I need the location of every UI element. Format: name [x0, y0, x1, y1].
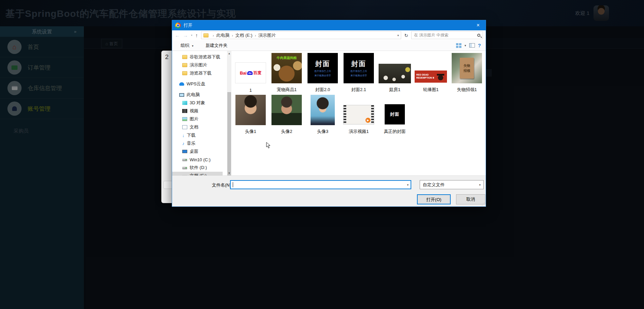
tree-item-pictures[interactable]: 图片	[172, 115, 223, 123]
tree-item-3d-objects[interactable]: 3D 对象	[172, 99, 223, 107]
file-thumbnail: 封面 图片需自己上传 展示视频会请空	[344, 53, 374, 83]
file-thumbnail: RED DEADREDEMPTION Ⅱ	[415, 71, 447, 83]
preview-pane-icon[interactable]	[469, 43, 475, 48]
breadcrumb-folder[interactable]: 演示图片	[258, 32, 276, 38]
tree-item-desktop[interactable]: 桌面	[172, 147, 223, 156]
file-type-value: 自定义文件	[423, 182, 445, 188]
organize-button[interactable]: 组织 ▾	[181, 43, 193, 49]
open-button[interactable]: 打开(O)	[417, 194, 451, 204]
file-name: 失物招领1	[457, 87, 477, 93]
tree-item-wps-cloud[interactable]: WPS云盘	[172, 80, 223, 88]
cancel-button[interactable]: 取消	[456, 194, 485, 204]
file-name: 头像1	[245, 129, 256, 135]
search-icon	[477, 34, 480, 37]
dialog-titlebar[interactable]: 打开 ×	[172, 20, 486, 30]
scroll-down-icon[interactable]: ▾	[227, 171, 231, 175]
file-item[interactable]: 牛肉果蔬狗粮 宠物商品1	[270, 53, 303, 93]
file-thumbnail: 失物招领	[452, 53, 482, 83]
up-icon[interactable]: ↑	[195, 32, 198, 38]
dialog-main: 谷歌游览器下载 演示图片 游览器下载 WPS云盘 此电脑 3D 对象 视频 图片…	[172, 51, 486, 175]
open-file-dialog: 打开 × ← → ▾ ↑ › 此电脑 › 文档 (E:) › 演示图片 ▾ ↻ …	[172, 20, 486, 207]
tree-item-music[interactable]: ♪音乐	[172, 139, 223, 147]
download-icon: ↓	[182, 133, 185, 138]
text-caret	[233, 182, 233, 187]
folder-icon	[182, 71, 187, 75]
scrollbar-thumb[interactable]	[227, 92, 231, 175]
file-thumbnail	[379, 64, 411, 83]
file-item[interactable]: 头像1	[234, 95, 267, 135]
dialog-footer: 文件名(N): ▾ 自定义文件 ▾ 打开(O) 取消 ⋰	[172, 175, 486, 206]
resize-grip[interactable]: ⋰	[482, 202, 485, 206]
new-folder-button[interactable]: 新建文件夹	[205, 43, 227, 49]
tree-item-videos[interactable]: 视频	[172, 107, 223, 115]
file-item[interactable]: 头像2	[270, 95, 303, 135]
tree-item-browser-downloads[interactable]: 游览器下载	[172, 69, 223, 77]
file-thumbnail: 封面	[385, 104, 405, 124]
drive-icon	[182, 159, 187, 161]
thumbnail-view-icon[interactable]	[456, 43, 461, 48]
file-name: 1	[249, 88, 252, 93]
scroll-up-icon[interactable]: ▴	[227, 51, 231, 56]
tree-item-drive-d[interactable]: 软件 (D:)	[172, 164, 223, 172]
file-item[interactable]: RED DEADREDEMPTION Ⅱ 轮播图1	[415, 53, 447, 93]
tree-item-drive-c[interactable]: Win10 (C:)	[172, 156, 223, 164]
file-thumbnail	[311, 95, 335, 125]
file-item[interactable]: Baidu百度 1	[234, 53, 267, 93]
file-item[interactable]: 失物招领 失物招领1	[451, 53, 483, 93]
breadcrumb-drive-e[interactable]: 文档 (E:)	[235, 32, 253, 38]
file-type-select[interactable]: 自定义文件 ▾	[420, 180, 484, 189]
file-item[interactable]: 封面 图片需自己上传 展示视频会请空 封面2.0	[307, 53, 339, 93]
play-icon: ▶	[365, 118, 371, 123]
folder-icon	[182, 55, 187, 59]
desktop-icon	[182, 150, 187, 153]
file-type-dropdown-icon: ▾	[479, 183, 481, 187]
file-thumbnail: 牛肉果蔬狗粮	[271, 53, 302, 83]
tree-item-chrome-downloads[interactable]: 谷歌游览器下载	[172, 53, 223, 61]
music-icon: ♪	[182, 141, 185, 146]
file-name: 头像3	[317, 129, 328, 135]
history-dropdown-icon[interactable]: ▾	[191, 34, 192, 37]
breadcrumb[interactable]: › 此电脑 › 文档 (E:) › 演示图片 ▾	[201, 31, 401, 39]
file-item[interactable]: 菇房1	[379, 53, 411, 93]
back-icon[interactable]: ←	[175, 32, 180, 38]
document-icon	[182, 125, 187, 129]
search-placeholder: 在 演示图片 中搜索	[414, 32, 477, 38]
refresh-icon[interactable]: ↻	[404, 33, 408, 38]
crumb-separator-icon: ›	[232, 33, 233, 37]
file-item[interactable]: 封面 图片需自己上传 展示视频会请空 封面2.1	[343, 53, 375, 93]
filename-dropdown-icon[interactable]: ▾	[407, 183, 409, 187]
file-name: 菇房1	[389, 87, 400, 93]
tree-item-downloads[interactable]: ↓下载	[172, 131, 223, 139]
computer-icon	[179, 93, 184, 97]
drive-icon	[182, 167, 187, 169]
file-thumbnail: 封面 图片需自己上传 展示视频会请空	[308, 53, 338, 83]
file-grid: Baidu百度 1 牛肉果蔬狗粮 宠物商品1 封面 图片需自己上传 展示视频会请…	[234, 53, 483, 135]
file-item[interactable]: 头像3	[307, 95, 339, 135]
cube-icon	[182, 101, 187, 105]
chrome-icon	[175, 23, 181, 28]
file-item[interactable]: 封面 真正的封面	[379, 95, 411, 135]
filename-input[interactable]: ▾	[230, 180, 411, 189]
search-input[interactable]: 在 演示图片 中搜索	[411, 31, 483, 39]
breadcrumb-this-pc[interactable]: 此电脑	[216, 32, 229, 38]
file-item[interactable]: ▶ 演示视频1	[343, 95, 375, 135]
crumb-separator-icon: ›	[213, 33, 214, 37]
file-name: 宠物商品1	[277, 87, 296, 93]
tree-scrollbar[interactable]: ▴ ▾	[227, 51, 231, 175]
forward-icon[interactable]: →	[183, 32, 188, 38]
file-name: 演示视频1	[349, 129, 368, 135]
address-dropdown-icon[interactable]: ▾	[397, 34, 399, 37]
chevron-down-icon: ▾	[192, 44, 194, 48]
cloud-icon	[179, 82, 184, 86]
tree-item-this-pc[interactable]: 此电脑	[172, 91, 223, 99]
close-icon[interactable]: ×	[471, 20, 486, 30]
file-thumbnail	[271, 95, 302, 125]
screen: 基于SpringBoot的汽车配件仓储管理系统设计与实现 欢迎 1 系统设置 »…	[0, 0, 644, 309]
view-dropdown-icon[interactable]: ▾	[464, 44, 466, 47]
tree-item-demo-images[interactable]: 演示图片	[172, 61, 223, 69]
file-name: 封面2.0	[315, 87, 330, 93]
film-icon	[182, 109, 187, 113]
tree-item-drive-e[interactable]: 文档 (E:)	[172, 172, 223, 175]
help-icon[interactable]: ?	[478, 43, 481, 48]
tree-item-documents[interactable]: 文档	[172, 123, 223, 131]
